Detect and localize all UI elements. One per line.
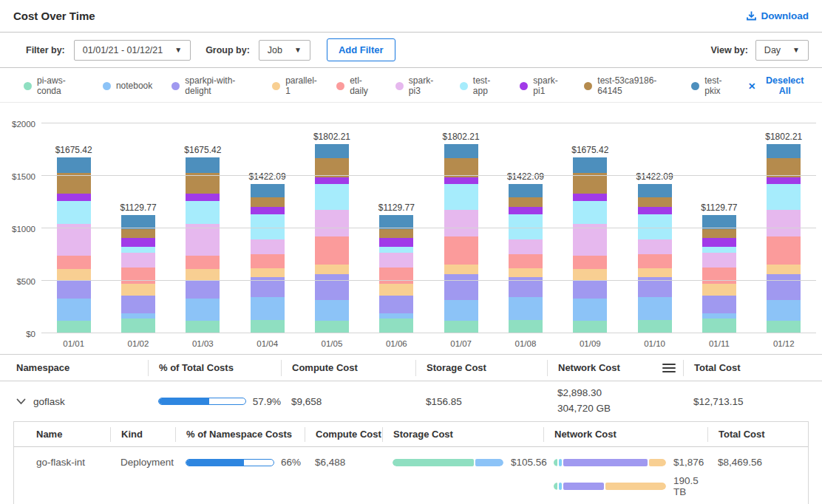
legend-item-notebook[interactable]: notebook <box>103 81 152 91</box>
legend-item-etl-daily[interactable]: etl-daily <box>336 75 376 96</box>
bar-segment-pi-aws-conda[interactable] <box>638 320 672 333</box>
bar-segment-parallel-1[interactable] <box>444 265 478 274</box>
chevron-down-icon[interactable] <box>16 398 26 405</box>
bar-segment-spark-pi3[interactable] <box>251 239 285 254</box>
legend-item-test-53ca9186-64145[interactable]: test-53ca9186-64145 <box>584 75 672 96</box>
bar-segment-pi-aws-conda[interactable] <box>444 321 478 333</box>
bar-segment-spark-pi1[interactable] <box>638 207 672 214</box>
bar-segment-parallel-1[interactable] <box>315 265 349 274</box>
bar-segment-parallel-1[interactable] <box>121 284 155 296</box>
bar-segment-sparkpi-with-delight[interactable] <box>315 274 349 300</box>
bar-segment-test-app[interactable] <box>186 201 220 225</box>
bar-segment-spark-pi3[interactable] <box>767 210 801 237</box>
col-total-cost[interactable]: Total Cost <box>683 360 809 376</box>
bar-segment-test-app[interactable] <box>251 214 285 239</box>
col-name[interactable]: Name <box>14 427 110 442</box>
view-by-dropdown[interactable]: Day ▼ <box>755 40 809 61</box>
bar-segment-etl-daily[interactable] <box>57 256 91 269</box>
bar-segment-test-app[interactable] <box>638 214 672 239</box>
bar-segment-spark-pi1[interactable] <box>186 194 220 200</box>
bar-segment-etl-daily[interactable] <box>315 236 349 265</box>
bar-segment-spark-pi3[interactable] <box>186 224 220 255</box>
bar-segment-parallel-1[interactable] <box>379 284 413 296</box>
chart-bar-01/09[interactable]: $1675.42 <box>573 145 607 333</box>
bar-segment-spark-pi1[interactable] <box>57 194 91 200</box>
bar-segment-parallel-1[interactable] <box>767 265 801 274</box>
col-pct-namespace-costs[interactable]: % of Namespace Costs <box>175 427 305 442</box>
bar-segment-etl-daily[interactable] <box>702 268 736 284</box>
legend-item-test-app[interactable]: test-app <box>460 75 501 96</box>
bar-segment-etl-daily[interactable] <box>121 268 155 284</box>
bar-segment-parallel-1[interactable] <box>509 268 543 278</box>
column-menu-icon[interactable] <box>662 364 676 372</box>
bar-segment-test-pkix[interactable] <box>444 144 478 157</box>
bar-segment-sparkpi-with-delight[interactable] <box>444 274 478 300</box>
chart-bar-01/06[interactable]: $1129.77 <box>379 202 413 333</box>
col-storage-cost[interactable]: Storage Cost <box>382 427 543 442</box>
bar-segment-pi-aws-conda[interactable] <box>573 321 607 333</box>
bar-segment-notebook[interactable] <box>702 313 736 319</box>
bar-segment-test-53ca9186-64145[interactable] <box>121 229 155 238</box>
group-by-dropdown[interactable]: Job ▼ <box>259 40 310 61</box>
bar-segment-spark-pi1[interactable] <box>379 238 413 247</box>
bar-segment-etl-daily[interactable] <box>509 254 543 268</box>
bar-segment-parallel-1[interactable] <box>638 268 672 278</box>
bar-segment-test-app[interactable] <box>509 214 543 239</box>
bar-segment-etl-daily[interactable] <box>573 256 607 269</box>
bar-segment-parallel-1[interactable] <box>57 269 91 280</box>
bar-segment-pi-aws-conda[interactable] <box>121 319 155 333</box>
bar-segment-test-pkix[interactable] <box>251 184 285 197</box>
bar-segment-spark-pi3[interactable] <box>444 210 478 237</box>
date-range-dropdown[interactable]: 01/01/21 - 01/12/21 ▼ <box>74 40 191 61</box>
bar-segment-pi-aws-conda[interactable] <box>509 320 543 333</box>
bar-segment-spark-pi3[interactable] <box>702 253 736 268</box>
col-compute-cost[interactable]: Compute Cost <box>281 360 415 376</box>
bar-segment-sparkpi-with-delight[interactable] <box>379 296 413 313</box>
bar-segment-test-pkix[interactable] <box>509 184 543 197</box>
namespace-name[interactable]: goflask <box>33 396 65 407</box>
bar-segment-pi-aws-conda[interactable] <box>767 321 801 333</box>
col-namespace[interactable]: Namespace <box>13 360 148 376</box>
chart-bar-01/10[interactable]: $1422.09 <box>638 171 672 333</box>
bar-segment-test-app[interactable] <box>121 247 155 253</box>
bar-segment-spark-pi3[interactable] <box>509 239 543 254</box>
bar-segment-pi-aws-conda[interactable] <box>251 320 285 333</box>
workload-name[interactable]: go-flask-int <box>14 457 110 468</box>
bar-segment-test-pkix[interactable] <box>573 157 607 173</box>
chart-bar-01/11[interactable]: $1129.77 <box>702 202 736 333</box>
bar-segment-sparkpi-with-delight[interactable] <box>702 296 736 313</box>
bar-segment-etl-daily[interactable] <box>186 256 220 269</box>
legend-item-spark-pi3[interactable]: spark-pi3 <box>395 75 441 96</box>
bar-segment-sparkpi-with-delight[interactable] <box>57 280 91 299</box>
add-filter-button[interactable]: Add Filter <box>327 38 395 61</box>
bar-segment-spark-pi1[interactable] <box>573 194 607 200</box>
bar-segment-etl-daily[interactable] <box>444 236 478 265</box>
bar-segment-notebook[interactable] <box>379 313 413 319</box>
col-kind[interactable]: Kind <box>110 427 175 442</box>
col-pct-total-costs[interactable]: % of Total Costs <box>148 360 281 376</box>
bar-segment-parallel-1[interactable] <box>186 269 220 280</box>
bar-segment-pi-aws-conda[interactable] <box>57 321 91 333</box>
chart-bar-01/02[interactable]: $1129.77 <box>121 202 155 333</box>
bar-segment-notebook[interactable] <box>509 297 543 320</box>
bar-segment-etl-daily[interactable] <box>251 254 285 268</box>
bar-segment-notebook[interactable] <box>121 313 155 319</box>
bar-segment-notebook[interactable] <box>315 300 349 321</box>
bar-segment-spark-pi3[interactable] <box>121 253 155 268</box>
bar-segment-test-app[interactable] <box>379 247 413 253</box>
bar-segment-parallel-1[interactable] <box>573 269 607 280</box>
chart-bar-01/05[interactable]: $1802.21 <box>315 132 349 333</box>
bar-segment-test-53ca9186-64145[interactable] <box>638 197 672 207</box>
bar-segment-spark-pi1[interactable] <box>444 177 478 184</box>
col-network-cost[interactable]: Network Cost <box>543 427 707 442</box>
bar-segment-parallel-1[interactable] <box>702 284 736 296</box>
bar-segment-test-app[interactable] <box>57 201 91 225</box>
bar-segment-pi-aws-conda[interactable] <box>702 319 736 333</box>
chart-bar-01/08[interactable]: $1422.09 <box>509 171 543 333</box>
bar-segment-etl-daily[interactable] <box>379 268 413 284</box>
bar-segment-spark-pi1[interactable] <box>251 207 285 214</box>
bar-segment-pi-aws-conda[interactable] <box>379 319 413 333</box>
bar-segment-spark-pi3[interactable] <box>379 253 413 268</box>
bar-segment-test-pkix[interactable] <box>767 144 801 157</box>
chart-bar-01/04[interactable]: $1422.09 <box>251 171 285 333</box>
